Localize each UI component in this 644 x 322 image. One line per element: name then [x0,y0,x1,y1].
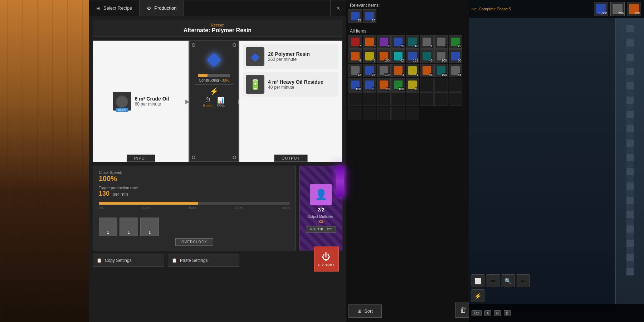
grid-empty-slot [363,107,376,120]
list-item[interactable]: 132 [406,49,419,63]
list-item[interactable]: 2 [377,35,391,49]
hud-tool-icons: ⬜ ✏ 🔍 ↩ ⚡ [472,274,543,302]
key-b: B [504,310,511,316]
sort-button[interactable]: ⊞ Sort [348,304,382,318]
grid-empty-slot [377,92,391,106]
list-item[interactable]: 2 [363,35,376,49]
bar-chart-icon: 📊 [217,97,224,104]
corner-dot-tr [233,43,236,47]
item-icon [394,66,402,75]
list-item[interactable]: 7 [348,35,362,49]
overclock-slot-1[interactable]: 1 [99,218,117,236]
clock-slider-container[interactable]: 0% 100% 150% 200% 250% [99,202,290,210]
grid-empty-slot [434,92,448,106]
list-item[interactable]: 100 [391,78,405,92]
standby-container: ⏻ STANDBY [314,247,339,272]
overclock-slot-2[interactable]: 1 [119,218,138,236]
heavy-oil-rate: 40 per minute [268,85,323,90]
tab-production[interactable]: ⚙ Production [140,0,184,16]
production-rate-label: Target production rate: [99,186,290,190]
production-rate-value: 130 [99,190,109,197]
list-item[interactable]: 45 [363,49,376,63]
list-item[interactable]: 1 [420,35,434,49]
close-button[interactable]: × [330,0,346,16]
grid-empty-slot [348,92,362,106]
heavy-oil-info: 4 m³ Heavy Oil Residue 40 per minute [268,79,323,90]
list-item[interactable]: 12 [348,64,362,77]
list-item[interactable]: 25 [363,64,376,77]
list-item[interactable]: 100 [377,49,391,63]
grid-empty-slot [420,92,434,106]
clock-slider-track[interactable] [99,202,290,205]
polymer-resin-icon: ◆ [246,47,264,66]
machine-stat-time: ⏱ 6 sec [203,97,213,108]
multiplier-button[interactable]: MULTIPLIER [306,226,336,233]
tool-icon-3[interactable]: 🔍 [502,274,514,287]
list-item[interactable]: 100 [434,64,448,77]
multiplier-panel: 👤 2/2 Output Multiplier: x2 MULTIPLIER [299,166,342,250]
copy-settings-button[interactable]: 📋 Copy Settings [93,254,164,267]
hud-item-2-count: 256 [618,11,624,15]
input-item-crude-oil: 18.4/6 6 m³ Crude Oil 60 per minute [109,88,173,114]
list-item[interactable]: 46 [420,64,434,77]
list-item[interactable]: 3 [391,64,405,77]
relevant-items-label: Relevant Items: [346,0,473,9]
list-item[interactable]: 1 [406,64,419,77]
recipe-label: Recipe: [99,23,336,27]
relevant-item-2[interactable]: 25 [363,9,376,23]
list-item[interactable]: 25 [391,35,405,49]
standby-label: STANDBY [318,263,335,267]
content-area: 18.4/6 6 m³ Crude Oil 60 per minute INPU… [93,40,342,162]
list-item[interactable]: 1 [434,35,448,49]
output-item-polymer-resin: ◆ 26 Polymer Resin 260 per minute [243,44,338,69]
key-tab: Tab [472,310,482,316]
list-item[interactable]: 100 [348,78,362,92]
slider-label-250: 250% [282,206,290,210]
list-item[interactable]: 46 [406,78,419,92]
polymer-resin-name: 26 Polymer Resin [268,51,310,57]
machine-divider [195,84,234,85]
list-item[interactable]: 62 [391,49,405,63]
overclock-button[interactable]: OVERCLOCK [175,238,213,246]
tool-icon-4[interactable]: ↩ [517,274,530,287]
overclock-button-container: OVERCLOCK [99,238,290,246]
relevant-item-1[interactable]: 25 [348,9,362,23]
hud-item-3[interactable]: 200 [627,2,641,16]
list-item[interactable]: 75 [449,35,462,49]
list-item[interactable]: 25 [363,78,376,92]
grid-empty-slot [406,107,419,120]
constructing-text: Constructing · 30% [199,78,229,82]
list-item[interactable]: 10 [406,35,419,49]
corner-dot-br [233,156,236,159]
clock-speed-value: 100% [99,175,290,183]
tool-icon-5[interactable]: ⚡ [472,289,484,302]
all-items-label: All Items: [346,26,473,35]
tool-icon-1[interactable]: ⬜ [472,274,484,287]
hud-item-1[interactable]: 1,000 [594,2,608,16]
machine-eff: 59% [217,104,225,108]
tab-select-recipe[interactable]: ⊞ Select Recipe [89,0,140,16]
crude-oil-icon-box: 18.4/6 [113,92,131,111]
list-item[interactable]: 100 [434,49,448,63]
list-item[interactable]: 119 [377,64,391,77]
grid-empty-slot [420,78,434,92]
paste-settings-button[interactable]: 📋 Paste Settings [168,254,239,267]
standby-button[interactable]: ⏻ STANDBY [314,247,339,272]
right-game-area: ive: Complete Phase 5 1,000 256 200 Tab … [469,0,644,322]
tool-icon-2[interactable]: ✏ [487,274,499,287]
grid-empty-slot [391,92,405,106]
item-icon [351,38,360,46]
overclock-slot-3[interactable]: 1 [140,218,159,236]
recipe-header: Recipe: Alternate: Polymer Resin [93,20,342,37]
list-item[interactable]: 45 [420,49,434,63]
input-label: INPUT [127,155,155,162]
list-item[interactable]: 6 [348,49,362,63]
clock-panel: Clock Speed: 100% Target production rate… [93,166,296,250]
hud-item-2[interactable]: 256 [610,2,625,16]
progress-bar-fill [198,74,208,77]
overclock-slot-1-num: 1 [107,230,109,234]
list-item[interactable]: 30 [449,49,462,63]
list-item[interactable]: 58 [449,64,462,77]
left-connector[interactable]: ▶ [185,98,190,105]
list-item[interactable]: 20 [377,78,391,92]
